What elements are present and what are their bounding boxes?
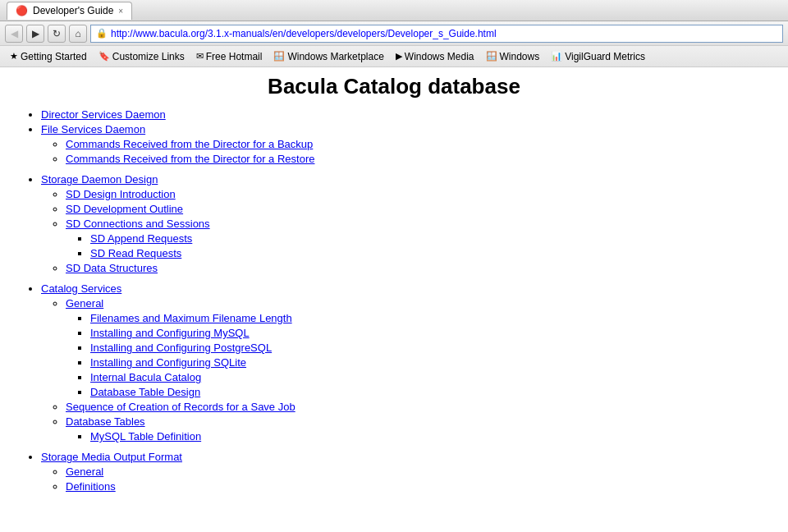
list-item-installing-postgresql: Installing and Configuring PostgreSQL <box>90 342 772 354</box>
link-catalog-services[interactable]: Catalog Services <box>41 282 121 295</box>
content-area: Director Services DaemonFile Services Da… <box>0 103 788 530</box>
navigation-bar: ◀ ▶ ↻ ⌂ 🔒 http://www.bacula.org/3.1.x-ma… <box>0 21 788 46</box>
link-sd-append-requests[interactable]: SD Append Requests <box>90 232 192 245</box>
tab-label: Developer's Guide <box>33 5 113 16</box>
forward-icon: ▶ <box>32 28 39 39</box>
list-item-commands-restore: Commands Received from the Director for … <box>66 153 772 165</box>
windows-label: Windows <box>500 51 540 62</box>
windows-media-label: Windows Media <box>405 51 474 62</box>
bookmark-vigilguard-metrics[interactable]: 📊VigilGuard Metrics <box>546 49 650 64</box>
list-item-installing-mysql: Installing and Configuring MySQL <box>90 327 772 339</box>
list-item-catalog-services: Catalog ServicesGeneralFilenames and Max… <box>41 282 772 443</box>
link-sd-data-structures[interactable]: SD Data Structures <box>66 262 158 274</box>
link-sd-development-outline[interactable]: SD Development Outline <box>66 203 183 215</box>
windows-marketplace-label: Windows Marketplace <box>287 51 383 62</box>
list-item-sd-data-structures: SD Data Structures <box>66 262 772 274</box>
forward-button[interactable]: ▶ <box>26 25 44 43</box>
list-item-mysql-table-definition: MySQL Table Definition <box>90 430 772 443</box>
address-security-icon: 🔒 <box>96 28 108 39</box>
link-internal-bacula-catalog[interactable]: Internal Bacula Catalog <box>90 371 201 383</box>
link-installing-postgresql[interactable]: Installing and Configuring PostgreSQL <box>90 342 272 354</box>
customize-links-label: Customize Links <box>112 51 185 62</box>
windows-media-icon: ▶ <box>396 51 402 62</box>
list-item-internal-bacula-catalog: Internal Bacula Catalog <box>90 371 772 383</box>
bookmark-free-hotmail[interactable]: ✉Free Hotmail <box>191 49 268 64</box>
link-storage-daemon-design[interactable]: Storage Daemon Design <box>41 173 158 186</box>
tab-favicon: 🔴 <box>16 5 28 16</box>
getting-started-label: Getting Started <box>21 51 87 62</box>
tab-close-button[interactable]: × <box>118 7 123 16</box>
link-definitions[interactable]: Definitions <box>66 480 116 493</box>
bookmark-getting-started[interactable]: ★Getting Started <box>5 49 92 64</box>
windows-icon: 🪟 <box>486 51 497 62</box>
link-general[interactable]: General <box>66 297 103 310</box>
back-button[interactable]: ◀ <box>5 25 23 43</box>
title-bar: 🔴 Developer's Guide × <box>0 0 788 21</box>
link-mysql-table-definition[interactable]: MySQL Table Definition <box>90 430 201 443</box>
link-general2[interactable]: General <box>66 466 103 478</box>
list-item-director-services: Director Services Daemon <box>41 108 772 121</box>
bookmark-windows-media[interactable]: ▶Windows Media <box>391 49 479 64</box>
link-database-tables[interactable]: Database Tables <box>66 415 145 428</box>
list-item-sequence-creation: Sequence of Creation of Records for a Sa… <box>66 401 772 413</box>
address-text: http://www.bacula.org/3.1.x-manuals/en/d… <box>111 28 777 39</box>
list-item-sd-development-outline: SD Development Outline <box>66 203 772 215</box>
free-hotmail-label: Free Hotmail <box>206 51 263 62</box>
link-director-services[interactable]: Director Services Daemon <box>41 108 166 121</box>
home-icon: ⌂ <box>75 28 80 39</box>
list-item-storage-media-output: Storage Media Output FormatGeneralDefini… <box>41 451 772 493</box>
link-sd-connections-sessions[interactable]: SD Connections and Sessions <box>66 218 210 230</box>
link-storage-media-output[interactable]: Storage Media Output Format <box>41 451 182 463</box>
refresh-button[interactable]: ↻ <box>48 25 66 43</box>
list-item-definitions: Definitions <box>66 480 772 493</box>
list-item-sd-append-requests: SD Append Requests <box>90 232 772 245</box>
list-item-database-table-design: Database Table Design <box>90 386 772 398</box>
link-commands-backup[interactable]: Commands Received from the Director for … <box>66 138 313 150</box>
link-file-services[interactable]: File Services Daemon <box>41 123 145 135</box>
link-database-table-design[interactable]: Database Table Design <box>90 386 200 398</box>
windows-marketplace-icon: 🪟 <box>273 51 285 62</box>
list-item-sd-design-intro: SD Design Introduction <box>66 188 772 200</box>
list-item-filenames-max-length: Filenames and Maximum Filename Length <box>90 312 772 324</box>
link-sd-design-intro[interactable]: SD Design Introduction <box>66 188 176 200</box>
link-installing-sqlite[interactable]: Installing and Configuring SQLite <box>90 356 246 369</box>
getting-started-icon: ★ <box>10 51 18 62</box>
address-bar[interactable]: 🔒 http://www.bacula.org/3.1.x-manuals/en… <box>90 25 783 43</box>
refresh-icon: ↻ <box>53 28 61 39</box>
list-item-database-tables: Database TablesMySQL Table Definition <box>66 415 772 443</box>
list-item-sd-connections-sessions: SD Connections and SessionsSD Append Req… <box>66 218 772 259</box>
link-installing-mysql[interactable]: Installing and Configuring MySQL <box>90 327 250 339</box>
bookmark-windows[interactable]: 🪟Windows <box>481 49 545 64</box>
bookmarks-bar: ★Getting Started🔖Customize Links✉Free Ho… <box>0 46 788 67</box>
back-icon: ◀ <box>11 28 18 39</box>
browser-tab[interactable]: 🔴 Developer's Guide × <box>7 2 132 20</box>
home-button[interactable]: ⌂ <box>69 25 87 43</box>
list-item-sd-read-requests: SD Read Requests <box>90 247 772 259</box>
page-heading: Bacula Catalog database <box>0 67 788 103</box>
list-item-storage-daemon-design: Storage Daemon DesignSD Design Introduct… <box>41 173 772 274</box>
list-item-commands-backup: Commands Received from the Director for … <box>66 138 772 150</box>
bookmark-customize-links[interactable]: 🔖Customize Links <box>94 49 190 64</box>
customize-links-icon: 🔖 <box>98 51 110 62</box>
list-item-file-services: File Services DaemonCommands Received fr… <box>41 123 772 165</box>
link-sd-read-requests[interactable]: SD Read Requests <box>90 247 181 259</box>
link-filenames-max-length[interactable]: Filenames and Maximum Filename Length <box>90 312 292 324</box>
list-item-installing-sqlite: Installing and Configuring SQLite <box>90 356 772 369</box>
link-sequence-creation[interactable]: Sequence of Creation of Records for a Sa… <box>66 401 296 413</box>
free-hotmail-icon: ✉ <box>196 51 204 62</box>
list-item-general: GeneralFilenames and Maximum Filename Le… <box>66 297 772 398</box>
bookmark-windows-marketplace[interactable]: 🪟Windows Marketplace <box>268 49 388 64</box>
vigilguard-metrics-label: VigilGuard Metrics <box>565 51 645 62</box>
list-item-general2: General <box>66 466 772 478</box>
vigilguard-metrics-icon: 📊 <box>551 51 562 62</box>
link-commands-restore[interactable]: Commands Received from the Director for … <box>66 153 314 165</box>
